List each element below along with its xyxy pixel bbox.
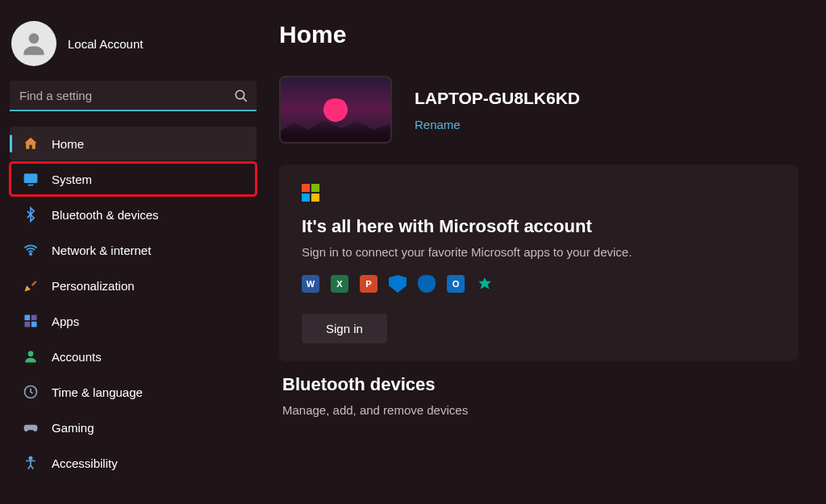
nav-label: Bluetooth & devices [52, 208, 159, 222]
nav-label: System [52, 173, 92, 186]
device-info: LAPTOP-GU8LK6KD Rename [415, 89, 580, 131]
device-thumbnail[interactable] [279, 76, 392, 144]
nav-label: Time & language [52, 385, 143, 399]
svg-rect-6 [25, 315, 31, 321]
powerpoint-icon: P [360, 275, 378, 293]
user-icon [19, 28, 49, 59]
microsoft-logo-icon [302, 184, 319, 202]
svg-rect-8 [25, 322, 31, 327]
time-language-icon [23, 384, 39, 400]
page-title: Home [279, 21, 799, 48]
bluetooth-icon [23, 206, 39, 223]
home-icon [23, 135, 39, 152]
gaming-icon [23, 419, 39, 435]
microsoft-account-card: It's all here with Microsoft account Sig… [279, 165, 799, 361]
sidebar-item-personalization[interactable]: Personalization [10, 269, 257, 302]
svg-rect-9 [31, 322, 37, 327]
security-icon [389, 275, 407, 293]
svg-point-0 [29, 33, 40, 44]
search-icon [234, 89, 248, 103]
sidebar-item-bluetooth[interactable]: Bluetooth & devices [10, 198, 257, 231]
device-name: LAPTOP-GU8LK6KD [415, 89, 580, 108]
main: Home LAPTOP-GU8LK6KD Rename It's all her… [266, 0, 826, 504]
ms-card-title: It's all here with Microsoft account [302, 216, 776, 237]
accessibility-icon [23, 455, 39, 471]
sidebar-item-system[interactable]: System [10, 162, 257, 196]
word-icon: W [302, 275, 319, 293]
sidebar-item-accessibility[interactable]: Accessibility [10, 446, 257, 480]
svg-point-5 [30, 253, 31, 255]
sidebar-item-time-language[interactable]: Time & language [10, 375, 257, 409]
nav-label: Home [52, 137, 84, 151]
nav: Home System Bluetooth & devices Network … [6, 126, 260, 481]
nav-label: Accounts [52, 350, 102, 364]
nav-label: Accessibility [52, 456, 118, 470]
personalization-icon [23, 277, 39, 294]
system-icon [23, 171, 39, 187]
rename-link[interactable]: Rename [415, 118, 580, 131]
family-icon [476, 275, 494, 293]
svg-rect-4 [28, 185, 34, 186]
sidebar-item-home[interactable]: Home [10, 127, 257, 160]
device-row: LAPTOP-GU8LK6KD Rename [279, 76, 799, 144]
excel-icon: X [331, 275, 348, 293]
account-name: Local Account [68, 37, 143, 51]
avatar [11, 21, 56, 66]
bluetooth-section: Bluetooth devices Manage, add, and remov… [279, 374, 799, 417]
outlook-icon: O [447, 275, 465, 293]
bluetooth-title: Bluetooth devices [279, 374, 799, 395]
sign-in-button[interactable]: Sign in [302, 314, 387, 344]
sidebar-item-network[interactable]: Network & internet [10, 233, 257, 267]
svg-rect-3 [24, 173, 38, 183]
nav-label: Gaming [52, 421, 94, 435]
account-row[interactable]: Local Account [6, 13, 260, 81]
bluetooth-subtitle: Manage, add, and remove devices [279, 403, 799, 417]
ms-card-subtitle: Sign in to connect your favorite Microso… [302, 245, 776, 259]
onedrive-icon [418, 275, 436, 293]
nav-label: Network & internet [52, 244, 151, 257]
accounts-icon [23, 348, 39, 364]
sidebar-item-gaming[interactable]: Gaming [10, 410, 257, 444]
sidebar-item-apps[interactable]: Apps [10, 304, 257, 338]
svg-rect-7 [31, 315, 37, 321]
svg-point-10 [28, 351, 34, 356]
app-icons-row: W X P O [302, 275, 776, 293]
svg-point-12 [29, 457, 31, 460]
svg-point-1 [236, 90, 244, 99]
nav-label: Apps [52, 314, 79, 328]
sidebar-item-accounts[interactable]: Accounts [10, 339, 257, 373]
search-wrap [10, 81, 257, 111]
search-input[interactable] [10, 81, 257, 111]
svg-line-2 [243, 98, 247, 102]
wifi-icon [23, 242, 39, 258]
apps-icon [23, 313, 39, 329]
sidebar: Local Account Home System Bluetooth & de… [0, 0, 266, 504]
nav-label: Personalization [52, 279, 135, 293]
